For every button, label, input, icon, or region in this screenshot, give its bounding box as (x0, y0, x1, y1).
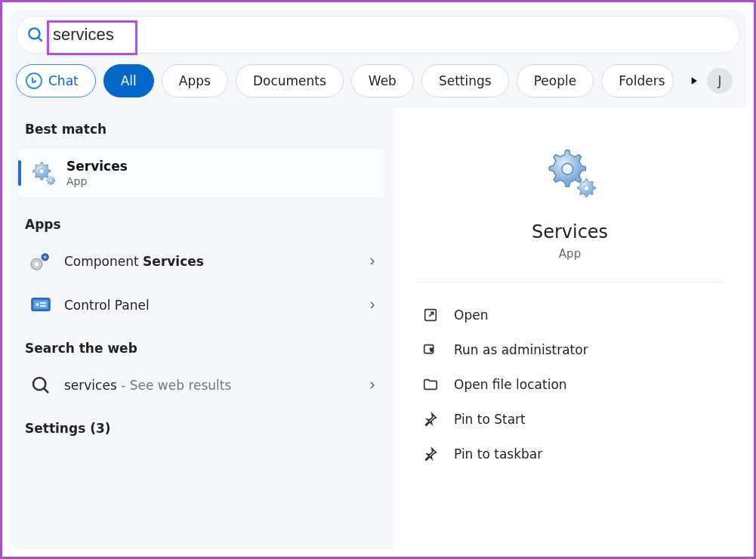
filter-chat[interactable]: Chat (16, 64, 96, 97)
svg-point-0 (29, 28, 39, 39)
filters-row: Chat All Apps Documents Web Settings Peo… (10, 54, 746, 108)
chevron-right-icon (368, 299, 377, 311)
chevron-right-icon (368, 379, 377, 391)
svg-point-3 (50, 180, 53, 183)
selection-indicator (18, 160, 21, 186)
detail-actions: Open Run as administrator Open file loca… (393, 283, 746, 486)
folder-icon (422, 376, 439, 393)
pin-icon (422, 446, 439, 462)
search-input-wrap (53, 25, 174, 45)
section-apps: Apps (10, 203, 393, 239)
main-area: Best match (10, 108, 746, 549)
search-icon (26, 25, 45, 45)
action-label: Open file location (454, 377, 567, 392)
search-icon (29, 374, 52, 397)
best-match-result[interactable]: Services App (17, 147, 386, 199)
app-row-label: Control Panel (64, 298, 368, 313)
app-row-label: Component Services (64, 254, 368, 269)
detail-header: Services App (416, 108, 724, 283)
action-pin-to-taskbar[interactable]: Pin to taskbar (416, 437, 724, 471)
web-row-label: services - See web results (64, 378, 368, 393)
svg-line-14 (44, 388, 48, 393)
action-pin-to-start[interactable]: Pin to Start (416, 402, 724, 437)
filter-settings[interactable]: Settings (421, 64, 509, 97)
action-run-as-admin[interactable]: Run as administrator (416, 332, 724, 367)
action-label: Run as administrator (454, 342, 588, 357)
annotation-frame: Chat All Apps Documents Web Settings Peo… (0, 0, 756, 559)
search-input[interactable] (53, 25, 174, 45)
svg-point-10 (35, 303, 39, 306)
filter-apps[interactable]: Apps (162, 64, 228, 97)
section-web: Search the web (10, 327, 393, 363)
action-label: Pin to Start (454, 412, 526, 427)
avatar-initial: J (717, 73, 721, 88)
svg-point-7 (44, 256, 47, 259)
detail-subtitle: App (559, 247, 581, 261)
chevron-right-icon (368, 255, 377, 267)
search-panel: Chat All Apps Documents Web Settings Peo… (10, 10, 746, 549)
action-open-file-location[interactable]: Open file location (416, 367, 724, 402)
control-panel-icon (29, 294, 52, 317)
svg-point-5 (35, 262, 39, 267)
filters-more-button[interactable] (684, 75, 704, 87)
detail-pane: Services App Open Run as adminis (393, 108, 746, 549)
services-gear-icon (544, 146, 597, 199)
section-best-match: Best match (10, 108, 393, 144)
component-services-icon (29, 250, 52, 273)
svg-point-15 (562, 163, 573, 174)
svg-rect-11 (40, 302, 46, 304)
svg-point-2 (39, 168, 45, 174)
action-open[interactable]: Open (416, 298, 724, 332)
filter-all[interactable]: All (103, 64, 154, 97)
best-match-title: Services (66, 159, 128, 174)
open-icon (422, 307, 439, 323)
action-label: Pin to taskbar (454, 446, 542, 462)
filter-chat-label: Chat (48, 73, 79, 88)
shield-admin-icon (422, 341, 439, 358)
best-match-subtitle: App (66, 175, 128, 187)
web-result[interactable]: services - See web results (10, 363, 393, 407)
play-icon (688, 75, 700, 87)
filter-folders[interactable]: Folders (601, 64, 673, 97)
section-settings: Settings (3) (10, 407, 393, 443)
results-pane: Best match (10, 108, 393, 549)
svg-line-1 (38, 37, 42, 41)
filter-web[interactable]: Web (351, 64, 414, 97)
app-result-component-services[interactable]: Component Services (10, 239, 393, 283)
pin-icon (422, 411, 439, 428)
best-match-text: Services App (66, 159, 128, 187)
search-bar[interactable] (16, 16, 740, 54)
bing-icon (26, 73, 42, 89)
svg-rect-12 (40, 305, 46, 307)
detail-title: Services (532, 221, 608, 242)
user-avatar[interactable]: J (707, 68, 733, 94)
search-row (10, 10, 746, 54)
svg-point-13 (33, 378, 45, 390)
filter-documents[interactable]: Documents (236, 64, 344, 97)
action-label: Open (454, 307, 488, 323)
svg-point-16 (583, 186, 588, 191)
app-result-control-panel[interactable]: Control Panel (10, 283, 393, 327)
filter-people[interactable]: People (517, 64, 594, 97)
services-gear-icon (30, 160, 56, 186)
